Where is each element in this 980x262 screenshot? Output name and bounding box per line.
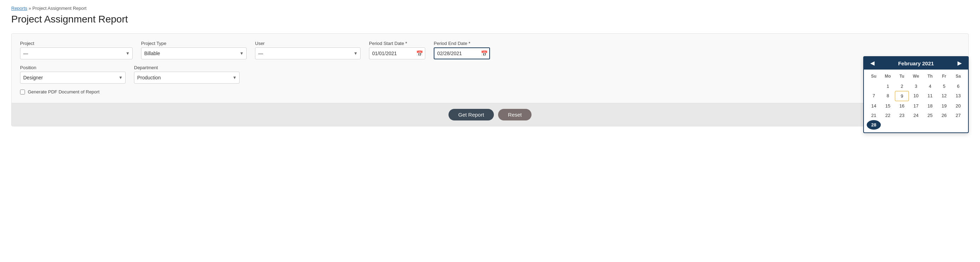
calendar-day-23[interactable]: 23 xyxy=(895,110,909,120)
project-type-label: Project Type xyxy=(141,41,247,46)
user-group: User — ▼ xyxy=(255,41,361,59)
form-row-1: Project — ▼ Project Type Billable Non-Bi… xyxy=(20,41,960,59)
day-header-mo: Mo xyxy=(881,73,895,80)
department-group: Department Production Design Engineering… xyxy=(134,65,240,84)
day-header-th: Th xyxy=(923,73,937,80)
calendar-day-28[interactable]: 28 xyxy=(867,120,881,129)
calendar-day-19[interactable]: 19 xyxy=(937,101,951,110)
period-end-date-group: Period End Date * 📅 xyxy=(434,41,490,59)
form-row-2: Position Designer Developer Manager Anal… xyxy=(20,65,960,84)
department-select-wrapper: Production Design Engineering Marketing … xyxy=(134,72,240,84)
calendar-day-2[interactable]: 2 xyxy=(895,82,909,91)
calendar-day-12[interactable]: 12 xyxy=(937,91,951,101)
calendar-day-18[interactable]: 18 xyxy=(923,101,937,110)
calendar-month-year: February 2021 xyxy=(898,60,934,66)
period-start-date-label: Period Start Date * xyxy=(369,41,425,46)
calendar-day-8[interactable]: 8 xyxy=(881,91,895,101)
calendar-day-4[interactable]: 4 xyxy=(923,82,937,91)
period-end-date-wrapper: 📅 xyxy=(434,47,490,59)
project-select[interactable]: — xyxy=(20,47,133,59)
calendar-days-header: Su Mo Tu We Th Fr Sa xyxy=(867,73,965,80)
calendar-day-22[interactable]: 22 xyxy=(881,110,895,120)
breadcrumb-separator: » xyxy=(29,6,31,11)
user-label: User xyxy=(255,41,361,46)
calendar-day-14[interactable]: 14 xyxy=(867,101,881,110)
calendar-grid: Su Mo Tu We Th Fr Sa 1234567891011121314… xyxy=(864,69,968,133)
calendar-day-7[interactable]: 7 xyxy=(867,91,881,101)
calendar-day-1[interactable]: 1 xyxy=(881,82,895,91)
calendar-day-16[interactable]: 16 xyxy=(895,101,909,110)
period-start-date-wrapper: 📅 xyxy=(369,47,425,59)
period-end-date-label: Period End Date * xyxy=(434,41,490,46)
position-group: Position Designer Developer Manager Anal… xyxy=(20,65,126,84)
generate-pdf-label[interactable]: Generate PDF Document of Report xyxy=(28,89,100,95)
period-end-calendar-icon[interactable]: 📅 xyxy=(479,49,489,58)
calendar-header: ◀ February 2021 ▶ xyxy=(864,57,968,69)
position-select[interactable]: Designer Developer Manager Analyst xyxy=(20,72,126,84)
project-type-select[interactable]: Billable Non-Billable Internal xyxy=(141,47,247,59)
calendar-day-26[interactable]: 26 xyxy=(937,110,951,120)
calendar-day-15[interactable]: 15 xyxy=(881,101,895,110)
user-select-wrapper: — ▼ xyxy=(255,47,361,59)
calendar-day-11[interactable]: 11 xyxy=(923,91,937,101)
generate-pdf-row: Generate PDF Document of Report xyxy=(20,89,960,95)
page-wrapper: Reports » Project Assignment Report Proj… xyxy=(0,0,980,262)
day-header-fr: Fr xyxy=(937,73,951,80)
calendar-day-21[interactable]: 21 xyxy=(867,110,881,120)
calendar-day-6[interactable]: 6 xyxy=(951,82,965,91)
day-header-su: Su xyxy=(867,73,881,80)
calendar-days-grid: 1234567891011121314151617181920212223242… xyxy=(867,82,965,129)
breadcrumb-current: Project Assignment Report xyxy=(32,6,86,11)
calendar-day-13[interactable]: 13 xyxy=(951,91,965,101)
period-start-calendar-icon[interactable]: 📅 xyxy=(415,49,425,58)
action-bar: Get Report Reset xyxy=(12,103,968,126)
project-type-select-wrapper: Billable Non-Billable Internal ▼ xyxy=(141,47,247,59)
calendar-day-20[interactable]: 20 xyxy=(951,101,965,110)
calendar-day-17[interactable]: 17 xyxy=(909,101,923,110)
page-title: Project Assignment Report xyxy=(11,14,969,25)
project-type-group: Project Type Billable Non-Billable Inter… xyxy=(141,41,247,59)
calendar-next-button[interactable]: ▶ xyxy=(955,60,964,67)
department-select[interactable]: Production Design Engineering Marketing xyxy=(134,72,240,84)
period-end-required: * xyxy=(469,41,470,46)
calendar-popup: ◀ February 2021 ▶ Su Mo Tu We Th Fr Sa 1… xyxy=(863,56,969,133)
project-label: Project xyxy=(20,41,133,46)
day-header-we: We xyxy=(909,73,923,80)
calendar-day-10[interactable]: 10 xyxy=(909,91,923,101)
position-select-wrapper: Designer Developer Manager Analyst ▼ xyxy=(20,72,126,84)
department-label: Department xyxy=(134,65,240,70)
breadcrumb: Reports » Project Assignment Report xyxy=(11,6,969,11)
calendar-day-27[interactable]: 27 xyxy=(951,110,965,120)
calendar-day-24[interactable]: 24 xyxy=(909,110,923,120)
reset-button[interactable]: Reset xyxy=(498,109,531,120)
calendar-day-25[interactable]: 25 xyxy=(923,110,937,120)
period-start-required: * xyxy=(405,41,407,46)
project-select-wrapper: — ▼ xyxy=(20,47,133,59)
get-report-button[interactable]: Get Report xyxy=(449,109,494,120)
position-label: Position xyxy=(20,65,126,70)
user-select[interactable]: — xyxy=(255,47,361,59)
generate-pdf-checkbox[interactable] xyxy=(20,90,25,95)
form-section: Project — ▼ Project Type Billable Non-Bi… xyxy=(11,33,969,126)
calendar-day-3[interactable]: 3 xyxy=(909,82,923,91)
breadcrumb-reports-link[interactable]: Reports xyxy=(11,6,27,11)
calendar-day-9[interactable]: 9 xyxy=(895,91,909,101)
period-start-date-group: Period Start Date * 📅 xyxy=(369,41,425,59)
calendar-prev-button[interactable]: ◀ xyxy=(868,60,877,67)
day-header-sa: Sa xyxy=(951,73,965,80)
calendar-day-5[interactable]: 5 xyxy=(937,82,951,91)
project-group: Project — ▼ xyxy=(20,41,133,59)
day-header-tu: Tu xyxy=(895,73,909,80)
